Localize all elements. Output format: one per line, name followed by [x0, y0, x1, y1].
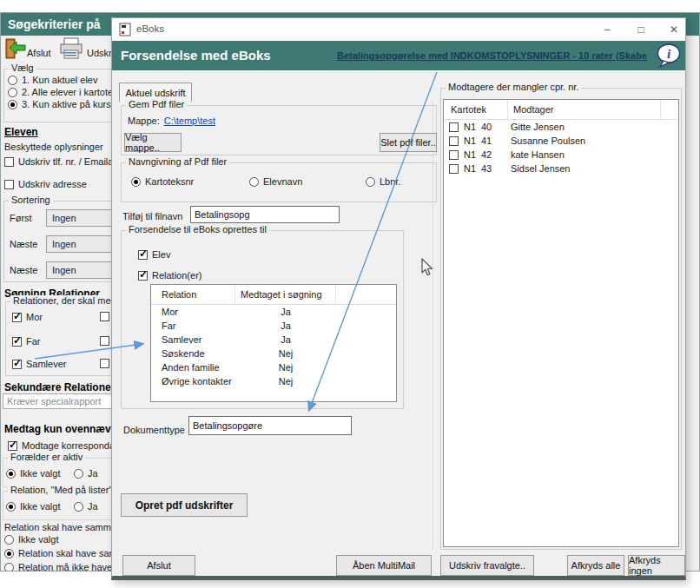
radio-kartoteksnr[interactable]: Kartoteksnr — [131, 176, 194, 187]
radio-samme-maa-ikke[interactable]: Relation må ikke have s — [4, 562, 113, 571]
radio-icon[interactable] — [4, 535, 14, 545]
afslut-button[interactable]: Afslut — [122, 555, 195, 576]
checkbox-icon[interactable] — [449, 164, 459, 174]
radio-label: 1. Kun aktuel elev — [22, 75, 97, 85]
med-paa-lister-group-label: Relation, "Med på lister" sk — [8, 485, 113, 495]
slet-pdf-button[interactable]: Slet pdf filer.. — [380, 133, 437, 152]
radio-kun-aktuel-elev[interactable]: 1. Kun aktuel elev — [8, 75, 97, 85]
checkbox-icon[interactable] — [4, 180, 14, 189]
radio-icon[interactable] — [4, 549, 14, 558]
modtager-row[interactable]: N1 41 Susanne Poulsen — [444, 134, 678, 148]
naeste1-dropdown[interactable]: Ingen — [46, 235, 113, 253]
navn-cell: kate Hansen — [511, 149, 565, 160]
toolbar-udskriv-button[interactable]: Udskriv — [87, 48, 113, 58]
close-button[interactable]: ✕ — [662, 18, 686, 41]
radio-kun-aktive[interactable]: 3. Kun aktive på kursus — [8, 99, 113, 109]
checkbox-udskriv-tlf[interactable]: Udskriv tlf. nr. / Emailad — [4, 156, 113, 167]
checkbox-partial-1[interactable] — [100, 312, 109, 321]
template-link[interactable]: Betalingsopgørelse med INDKOMSTOPLYSNING… — [337, 50, 647, 61]
checkbox-icon[interactable] — [449, 136, 459, 146]
vaelg-mappe-button[interactable]: Vælg mappe.. — [124, 133, 182, 152]
checkbox-relationer[interactable]: Relation(er) — [138, 270, 201, 281]
radio-icon[interactable] — [131, 177, 141, 187]
modtager-row[interactable]: N1 43 Sidsel Jensen — [444, 162, 678, 175]
relation-row[interactable]: MorJa — [151, 305, 396, 319]
relation-row[interactable]: Øvrige kontakterNej — [151, 374, 396, 388]
minimize-button[interactable]: – — [595, 18, 619, 41]
checkbox-icon[interactable] — [4, 157, 14, 167]
modtager-column-header[interactable]: Modtager — [508, 100, 661, 119]
aaben-multimail-button[interactable]: Åben MultiMail — [336, 555, 432, 576]
checkbox-icon[interactable] — [449, 122, 459, 132]
medtag-heading: Medtag kun ovennæv — [4, 423, 111, 435]
radio-icon[interactable] — [74, 469, 83, 479]
radio-icon[interactable] — [6, 502, 16, 512]
modtager-row[interactable]: N1 42 kate Hansen — [444, 148, 678, 162]
info-icon[interactable]: i — [656, 43, 682, 71]
printer-icon[interactable] — [58, 36, 84, 64]
radio-icon[interactable] — [8, 88, 17, 97]
checkbox-icon[interactable] — [138, 250, 148, 260]
modtagere-list[interactable]: Kartotek Modtager N1 40 Gitte Jensen N1 … — [443, 99, 679, 547]
checkbox-far[interactable]: Far — [12, 336, 41, 347]
checkbox-samlever[interactable]: Samlever — [12, 359, 66, 369]
nummer-cell: 40 — [481, 122, 504, 132]
medtaget-column-header[interactable]: Medtaget i søgning — [235, 285, 336, 304]
checkbox-icon[interactable] — [12, 337, 22, 347]
relation-row[interactable]: Anden familieNej — [151, 360, 396, 374]
checkbox-modtage-korrespondance[interactable]: Modtage korrespondan — [8, 440, 113, 451]
eboks-app-icon — [119, 23, 131, 40]
checkbox-icon[interactable] — [12, 313, 22, 322]
eboks-titlebar[interactable]: eBoks – □ ✕ — [112, 18, 685, 41]
tilfoej-label: Tilføj til filnavn — [122, 211, 182, 221]
checkbox-icon[interactable] — [12, 360, 22, 369]
checkbox-partial-2[interactable] — [100, 336, 109, 346]
desktop: Søgekriterier på Afslut — [0, 0, 700, 588]
dokumenttype-input[interactable] — [188, 416, 352, 435]
relation-row[interactable]: FarJa — [151, 319, 396, 333]
checkbox-partial-3[interactable] — [100, 359, 109, 368]
radio-samme-ikke-valgt[interactable]: Ikke valgt — [4, 534, 58, 545]
radio-icon[interactable] — [8, 76, 17, 85]
modtagere-group: Modtagere der mangler cpr. nr. Kartotek … — [440, 88, 682, 550]
mappe-path-link[interactable]: C:\temp\test — [164, 116, 215, 126]
afkryds-alle-button[interactable]: Afkryds alle — [567, 555, 624, 576]
radio-medpaa-ja[interactable]: Ja — [74, 501, 98, 512]
relation-row[interactable]: SøskendeNej — [151, 347, 396, 360]
kartotek-column-header[interactable]: Kartotek — [444, 100, 508, 119]
radio-foraelder-ja[interactable]: Ja — [74, 468, 98, 479]
radio-icon[interactable] — [4, 563, 14, 571]
radio-icon[interactable] — [74, 502, 83, 512]
afkryds-ingen-button[interactable]: Afkryds ingen — [628, 555, 685, 576]
radio-samme-skal-have[interactable]: Relation skal have sam — [4, 548, 113, 558]
checkbox-elev[interactable]: Elev — [138, 249, 170, 260]
radio-icon[interactable] — [6, 469, 16, 479]
toolbar-afslut-button[interactable]: Afslut — [27, 48, 51, 58]
opret-pdf-button[interactable]: Opret pdf udskrifter — [121, 493, 248, 517]
radio-lbnr[interactable]: Lbnr. — [366, 176, 400, 187]
radio-icon[interactable] — [8, 100, 17, 109]
relation-row[interactable]: SamleverJa — [151, 333, 396, 347]
radio-icon[interactable] — [366, 177, 375, 187]
sekundaere-input[interactable] — [3, 393, 113, 409]
tilfoej-input[interactable] — [190, 206, 340, 223]
checkbox-mor[interactable]: Mor — [12, 312, 43, 322]
radio-icon[interactable] — [249, 177, 259, 187]
exit-door-icon[interactable] — [4, 37, 26, 63]
naeste2-dropdown[interactable]: Ingen — [46, 261, 113, 279]
maximize-button[interactable]: □ — [629, 18, 653, 41]
modtager-row[interactable]: N1 40 Gitte Jensen — [444, 120, 678, 134]
checkbox-icon[interactable] — [8, 441, 17, 451]
radio-alle-elever[interactable]: 2. Alle elever i kartotek — [8, 87, 113, 97]
foerst-dropdown[interactable]: Ingen — [46, 209, 113, 227]
udskriv-fravalgte-button[interactable]: Udskriv fravalgte.. — [440, 555, 534, 576]
checkbox-icon[interactable] — [138, 271, 148, 281]
radio-label: Ja — [88, 501, 98, 512]
radio-elevnavn[interactable]: Elevnavn — [249, 176, 302, 187]
checkbox-icon[interactable] — [449, 150, 459, 160]
relation-column-header[interactable]: Relation — [151, 285, 235, 304]
radio-foraelder-ikke-valgt[interactable]: Ikke valgt — [6, 468, 60, 479]
checkbox-udskriv-adresse[interactable]: Udskriv adresse — [4, 179, 87, 189]
radio-medpaa-ikke-valgt[interactable]: Ikke valgt — [6, 501, 60, 512]
soegekriterier-title: Søgekriterier på — [8, 17, 101, 31]
